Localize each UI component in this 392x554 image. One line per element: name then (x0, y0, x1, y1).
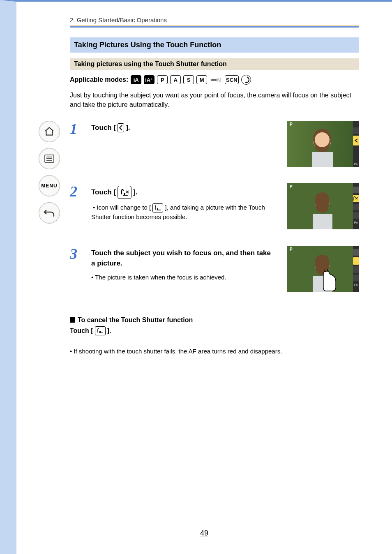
svg-rect-40 (353, 257, 359, 265)
mode-p: P (157, 75, 168, 84)
applicable-modes-row: Applicable modes: iA iA⁺ P A S M ➖M SCN (70, 75, 359, 85)
svg-rect-31 (353, 224, 359, 229)
svg-rect-11 (353, 127, 359, 134)
mode-creative (241, 75, 251, 85)
svg-rect-45 (99, 331, 101, 332)
chapter-breadcrumb: 2. Getting Started/Basic Operations (70, 16, 359, 25)
touch-tab-handle-icon (118, 123, 124, 132)
intro-paragraph: Just by touching the subject you want as… (70, 90, 359, 109)
mode-movie-disabled: ➖M (210, 76, 222, 84)
warning-note: • If shooting with the touch shutter fai… (70, 348, 359, 355)
mode-m: M (196, 75, 207, 84)
mode-ia: iA (131, 75, 141, 84)
subsection-heading: Taking pictures using the Touch Shutter … (70, 58, 359, 70)
step-1-thumbnail: P Fn (287, 121, 359, 167)
svg-rect-10 (353, 136, 359, 145)
step-2-title: Touch [ ]. (91, 186, 276, 199)
svg-rect-17 (157, 208, 158, 210)
step-number-2: 2 (70, 184, 84, 199)
svg-text:P: P (290, 122, 293, 127)
section-heading: Taking Pictures Using the Touch Function (70, 37, 359, 53)
touch-shutter-off-icon (118, 186, 131, 199)
svg-text:Fn: Fn (354, 163, 357, 166)
svg-rect-41 (353, 266, 359, 273)
cancel-instruction: Touch [ ]. (70, 326, 359, 335)
svg-rect-29 (353, 212, 359, 219)
mode-a: A (170, 75, 181, 84)
svg-text:P: P (290, 185, 293, 189)
cancel-heading: To cancel the Touch Shutter function (70, 316, 359, 324)
mode-s: S (183, 75, 194, 84)
touch-shutter-on-icon-cancel (95, 326, 106, 335)
applicable-modes-label: Applicable modes: (70, 76, 128, 83)
svg-rect-44 (353, 287, 359, 292)
divider (70, 26, 359, 28)
step-3-thumbnail: P Fn (287, 246, 359, 292)
step-3-detail: • The picture is taken when the focus is… (91, 273, 276, 282)
step-number-1: 1 (70, 122, 84, 136)
mode-scn: SCN (225, 75, 238, 84)
step-1-title: Touch [ ]. (91, 123, 276, 132)
svg-rect-28 (353, 204, 359, 210)
svg-text:Fn: Fn (354, 284, 357, 286)
touch-shutter-on-icon (152, 203, 163, 212)
bullet-square-icon (70, 317, 75, 323)
page-number[interactable]: 49 (16, 529, 392, 538)
svg-rect-42 (353, 275, 359, 281)
svg-rect-24 (353, 187, 359, 193)
svg-point-6 (315, 132, 330, 147)
step-number-3: 3 (70, 247, 84, 261)
svg-text:P: P (290, 247, 293, 252)
step-2-thumbnail: P Fn (287, 183, 359, 229)
mode-ia-plus: iA⁺ (144, 75, 154, 84)
step-2-detail: • Icon will change to [ ], and taking a … (91, 203, 276, 222)
svg-rect-7 (312, 152, 333, 167)
step-3-title: Touch the subject you wish to focus on, … (91, 248, 276, 268)
svg-rect-21 (313, 214, 332, 229)
svg-rect-13 (124, 193, 125, 195)
svg-text:Fn: Fn (354, 221, 357, 224)
svg-rect-39 (353, 249, 359, 256)
